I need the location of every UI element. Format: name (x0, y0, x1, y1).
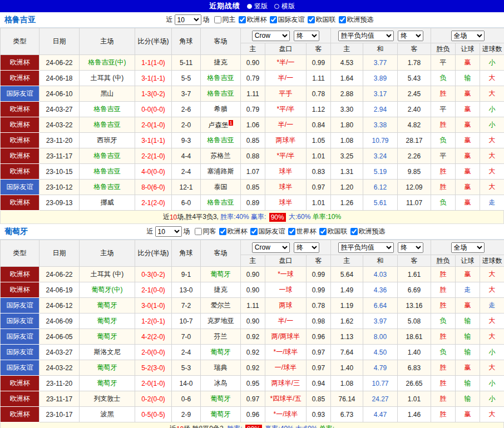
wdl-average-select[interactable]: 胜平负均值 (338, 31, 394, 41)
scope-select[interactable]: 全场 (451, 242, 485, 253)
filter-checkbox[interactable] (239, 16, 246, 23)
summary-bar: 近10场,胜4平3负3, 胜率:40% 赢率: 90% 大:60% 单率:10% (0, 211, 504, 224)
home-team-cell: 葡萄牙(中) (80, 282, 135, 298)
handicap-cell: *平/半 (265, 102, 307, 117)
goals-result-cell: 大 (480, 407, 504, 422)
result-cell: 胜 (431, 86, 456, 102)
match-row: 欧洲杯24-06-19葡萄牙(中)2-1(0-0)13-0捷克0.90一球0.9… (1, 282, 504, 298)
handicap-away-odds-cell: 0.97 (307, 360, 331, 376)
result-cell: 负 (431, 195, 456, 211)
team-label: 捷克 (214, 286, 228, 293)
win-odds-cell: 7.64 (331, 345, 363, 360)
goals-result-cell: 小 (480, 117, 504, 133)
handicap-home-odds-cell: 0.92 (241, 360, 265, 376)
vertical-label: 竖版 (254, 2, 268, 11)
filter-option-世界杯[interactable]: 世界杯 (288, 227, 317, 236)
filter-option-国际友谊[interactable]: 国际友谊 (270, 15, 305, 24)
handicap-home-odds-cell: 0.85 (241, 180, 265, 195)
filter-option-同主[interactable]: 同主 (214, 15, 236, 24)
team-label: 塞浦路斯 (207, 167, 234, 175)
date-cell: 23-09-13 (39, 195, 80, 211)
team-name: 格鲁吉亚 (0, 15, 36, 25)
filter-checkbox[interactable] (250, 228, 258, 235)
bookmaker-select[interactable]: Crow (252, 31, 290, 41)
goals-result-cell: 大 (480, 71, 504, 86)
score-cell: 0-5(0-5) (135, 407, 172, 422)
filter-option-国际友谊[interactable]: 国际友谊 (250, 227, 285, 236)
score-cell: 5-2(3-0) (135, 360, 172, 376)
match-count-select[interactable]: 10 (155, 226, 182, 237)
filter-option-欧国联[interactable]: 欧国联 (319, 227, 348, 236)
bookmaker-select[interactable]: Crow (252, 242, 290, 253)
match-count-select[interactable]: 10 (175, 14, 201, 25)
col-away-header: 客场 (201, 240, 241, 267)
date-cell: 24-06-22 (39, 55, 80, 71)
layout-vertical-option[interactable]: 竖版 (247, 2, 268, 11)
filter-checkbox[interactable] (195, 228, 202, 235)
handicap-cell: 一/球半 (265, 360, 307, 376)
home-team-cell: 葡萄牙 (80, 298, 135, 313)
filter-option-欧洲预选[interactable]: 欧洲预选 (339, 15, 374, 24)
date-cell: 24-06-12 (39, 298, 80, 313)
home-team-cell: 黑山 (80, 86, 135, 102)
filter-checkbox[interactable] (270, 16, 277, 23)
layout-horizontal-option[interactable]: 横版 (274, 2, 295, 11)
sections-container: 格鲁吉亚 近 10 场 同主欧洲杯国际友谊欧国联欧洲预选 类型 日期 (0, 12, 504, 428)
summary-part: 胜率:40% (220, 212, 249, 222)
filter-option-欧洲预选[interactable]: 欧洲预选 (350, 227, 386, 236)
handicap-result-cell: 输 (456, 376, 480, 391)
date-cell: 23-10-15 (39, 164, 80, 180)
score-cell: 3-1(1-1) (135, 71, 172, 86)
filter-checkbox[interactable] (350, 228, 358, 235)
filter-checkbox[interactable] (339, 16, 346, 23)
goals-result-cell: 大 (480, 313, 504, 329)
result-cell: 胜 (431, 376, 456, 391)
filter-checkbox[interactable] (219, 228, 226, 235)
match-row: 国际友谊24-03-22葡萄牙5-2(3-0)5-3瑞典0.92一/球半0.97… (1, 360, 504, 376)
final-odds-select[interactable]: 终 (294, 242, 319, 253)
filter-option-欧国联[interactable]: 欧国联 (308, 15, 336, 24)
wdl-average-select[interactable]: 胜平负均值 (338, 242, 394, 253)
team-label: 瑞典 (214, 364, 228, 371)
team-section: 葡萄牙 近 10 场 同客欧洲杯国际友谊世界杯欧国联欧洲预选 类型 日期 (0, 224, 504, 428)
filter-checkbox[interactable] (308, 16, 315, 23)
draw-odds-cell: 3.38 (363, 117, 398, 133)
filter-checkbox[interactable] (288, 228, 295, 235)
win-odds-cell: 3.25 (331, 148, 363, 164)
filter-checkbox[interactable] (319, 228, 327, 235)
wdl-odds-group: 胜平负均值 终 (331, 28, 431, 43)
final-odds-select-2[interactable]: 终 (398, 31, 423, 41)
competition-cell: 国际友谊 (1, 86, 39, 102)
col-lose-header: 客 (398, 43, 431, 55)
filter-option-欧洲杯[interactable]: 欧洲杯 (219, 227, 248, 236)
final-odds-select-2[interactable]: 终 (398, 242, 423, 253)
scope-select[interactable]: 全场 (451, 31, 485, 41)
summary-bar: 近10场,胜8平0负2, 胜率: 80% 赢率:40% 大:60% 单率: (0, 422, 504, 428)
final-odds-select[interactable]: 终 (294, 31, 319, 41)
team-label: 格鲁吉亚(中) (88, 58, 126, 66)
handicap-result-cell: 赢 (456, 148, 480, 164)
col-result-header: 胜负 (431, 255, 456, 267)
matches-table: 类型 日期 主场 比分(半场) 角球 客场 Crow 终 (0, 240, 504, 422)
filter-option-同客[interactable]: 同客 (195, 227, 216, 236)
summary-part: 90% (269, 213, 286, 222)
away-team-cell: 捷克 (201, 55, 241, 71)
score-cell: 1-1(1-0) (135, 55, 172, 71)
result-cell: 胜 (431, 180, 456, 195)
handicap-result-cell: 赢 (456, 133, 480, 148)
handicap-home-odds-cell: 0.88 (241, 148, 265, 164)
filter-checkbox[interactable] (214, 16, 221, 23)
handicap-cell: 两/两球半 (265, 329, 307, 345)
result-cell: 胜 (431, 407, 456, 422)
goals-result-cell: 小 (480, 345, 504, 360)
corner-cell: 2-0 (172, 117, 201, 133)
draw-odds-cell: 10.79 (363, 133, 398, 148)
handicap-result-cell: 赢 (456, 298, 480, 313)
summary-part: 10 (176, 425, 184, 428)
score-cell: 1-2(0-1) (135, 313, 172, 329)
result-cell: 平 (431, 102, 456, 117)
team-label: 希腊 (214, 105, 228, 113)
team-label: 土耳其 (中) (91, 270, 123, 278)
filter-option-欧洲杯[interactable]: 欧洲杯 (239, 15, 267, 24)
draw-odds-cell: 2.94 (363, 102, 398, 117)
